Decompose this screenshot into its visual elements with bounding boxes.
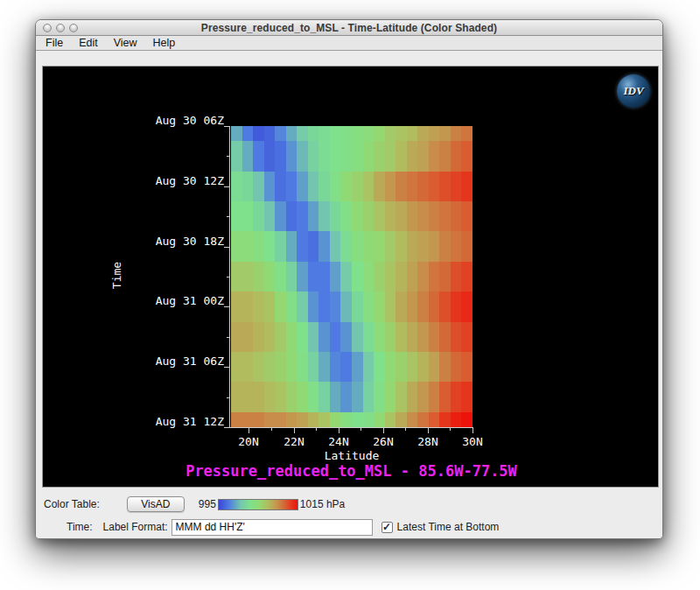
y-tick	[227, 277, 230, 277]
y-tick-label: Aug 31 06Z	[145, 355, 224, 368]
close-button[interactable]	[43, 24, 52, 32]
checkmark-icon: ✓	[382, 523, 391, 532]
x-minor-tick	[316, 428, 317, 431]
y-tick-label: Aug 30 18Z	[145, 235, 224, 248]
menu-edit[interactable]: Edit	[71, 36, 106, 50]
x-tick	[472, 428, 473, 433]
x-tick-label: 20N	[231, 435, 266, 448]
label-format-input[interactable]	[172, 519, 373, 536]
color-table-label: Color Table:	[44, 498, 100, 510]
label-format-label: Label Format:	[103, 521, 168, 533]
x-tick-label: 22N	[276, 435, 312, 448]
y-tick-label: Aug 30 06Z	[145, 114, 224, 127]
x-tick	[339, 428, 340, 433]
y-tick	[224, 126, 230, 127]
time-latitude-heatmap[interactable]	[231, 126, 472, 427]
color-scale-gradient	[218, 499, 298, 510]
window-title: Pressure_reduced_to_MSL - Time-Latitude …	[201, 22, 497, 34]
x-minor-tick	[450, 428, 451, 431]
y-tick	[224, 427, 230, 428]
y-tick	[224, 306, 230, 307]
x-tick	[383, 428, 384, 433]
latest-time-checkbox-label: Latest Time at Bottom	[397, 521, 500, 533]
x-axis-line	[229, 427, 473, 428]
color-table-button[interactable]: VisAD	[127, 496, 185, 512]
app-window: Pressure_reduced_to_MSL - Time-Latitude …	[35, 19, 663, 539]
y-tick-label: Aug 31 12Z	[145, 415, 224, 428]
color-scale-min: 995	[199, 498, 216, 510]
y-axis-title: Time	[110, 241, 123, 311]
x-tick	[248, 428, 249, 433]
x-tick-label: 24N	[321, 435, 356, 448]
y-tick	[224, 186, 230, 187]
y-tick-label: Aug 31 00Z	[145, 294, 224, 307]
title-bar[interactable]: Pressure_reduced_to_MSL - Time-Latitude …	[36, 20, 662, 36]
idv-logo-icon: IDV	[617, 74, 650, 108]
x-minor-tick	[360, 428, 361, 431]
y-tick-label: Aug 30 12Z	[145, 174, 224, 187]
y-tick	[224, 247, 230, 248]
time-section-label: Time:	[66, 521, 93, 533]
view-panel: IDV Pressure_reduced_to_MSL - 85.6W-77.5…	[36, 51, 662, 488]
control-panel: Color Table: VisAD 995 1015 hPa Time: La…	[36, 488, 662, 539]
y-tick	[227, 337, 230, 338]
menu-help[interactable]: Help	[145, 36, 184, 50]
y-tick	[227, 216, 230, 217]
display-view[interactable]: IDV Pressure_reduced_to_MSL - 85.6W-77.5…	[42, 66, 659, 488]
x-tick	[294, 428, 295, 433]
y-tick	[227, 156, 230, 157]
x-minor-tick	[271, 428, 272, 431]
x-tick-label: 28N	[410, 435, 445, 448]
x-tick-label: 26N	[366, 435, 401, 448]
x-axis-title: Latitude	[299, 449, 404, 462]
x-minor-tick	[405, 428, 406, 431]
heatmap-plot[interactable]	[231, 126, 472, 427]
menu-view[interactable]: View	[106, 36, 145, 50]
color-scale-max: 1015 hPa	[300, 498, 345, 510]
latest-time-checkbox[interactable]: ✓	[382, 522, 393, 533]
menu-bar: File Edit View Help	[36, 36, 662, 51]
menu-file[interactable]: File	[38, 36, 71, 50]
zoom-button[interactable]	[69, 24, 78, 32]
x-tick	[428, 428, 429, 433]
x-tick-label: 30N	[455, 435, 490, 448]
chart-title: Pressure_reduced_to_MSL - 85.6W-77.5W	[43, 462, 659, 480]
minimize-button[interactable]	[56, 24, 65, 32]
y-tick	[227, 397, 230, 398]
y-tick	[224, 367, 230, 368]
